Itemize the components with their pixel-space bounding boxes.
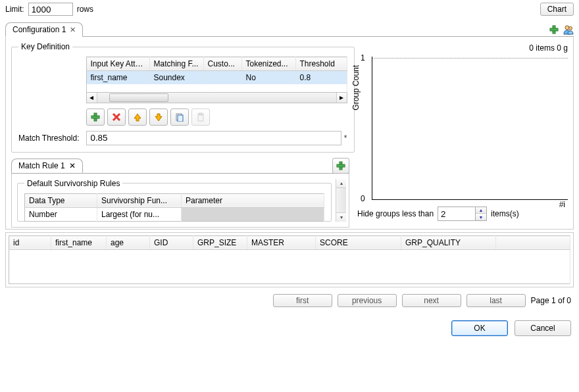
page-status: Page 1 of 0 <box>531 296 571 305</box>
last-page-button[interactable]: last <box>466 294 526 307</box>
svg-rect-1 <box>550 28 558 31</box>
move-down-button[interactable] <box>149 109 168 126</box>
users-icon[interactable] <box>563 24 574 35</box>
chart-y-axis-label: Group Count <box>351 65 361 110</box>
hide-groups-input[interactable] <box>438 207 475 220</box>
limit-input[interactable] <box>28 3 73 16</box>
v-scrollbar[interactable]: ▴ ▾ <box>336 179 346 222</box>
key-attributes-table[interactable]: Input Key Attri... Matching F... Custo..… <box>86 57 347 93</box>
spin-down-icon[interactable]: ▼ <box>476 214 486 220</box>
ok-button[interactable]: OK <box>451 320 508 336</box>
svg-rect-11 <box>337 164 345 167</box>
delete-row-button[interactable] <box>107 109 126 126</box>
match-threshold-input[interactable] <box>86 131 341 145</box>
add-match-rule-button[interactable] <box>332 158 349 174</box>
scroll-left-icon[interactable]: ◂ <box>87 93 97 103</box>
chart-panel: 0 items 0 g Group Count 1 0 #i <box>357 42 568 203</box>
chart-title: 0 items 0 g <box>357 42 568 54</box>
scroll-right-icon[interactable]: ▸ <box>336 93 347 103</box>
chart-tick: 0 <box>361 194 365 203</box>
svg-point-2 <box>565 26 569 30</box>
chart-tick: 1 <box>361 53 365 62</box>
table-header: Input Key Attri... Matching F... Custo..… <box>86 57 347 71</box>
match-threshold-label: Match Threshold: <box>18 134 80 143</box>
first-page-button[interactable]: first <box>273 294 332 307</box>
svg-point-3 <box>569 27 572 30</box>
tab-match-rule-1[interactable]: Match Rule 1 ✕ <box>11 159 83 173</box>
survivorship-legend: Default Survivorship Rules <box>24 179 122 188</box>
copy-button[interactable] <box>170 109 189 126</box>
hide-groups-suffix: items(s) <box>491 209 519 218</box>
required-indicator: * <box>341 134 347 143</box>
hide-groups-label: Hide groups less than <box>357 209 434 218</box>
key-definition-group: Key Definition Input Key Attri... Matchi… <box>11 42 355 153</box>
move-up-button[interactable] <box>128 109 147 126</box>
svg-rect-7 <box>178 115 183 122</box>
limit-unit: rows <box>77 5 93 14</box>
close-icon[interactable]: ✕ <box>69 161 76 170</box>
key-definition-legend: Key Definition <box>18 42 72 51</box>
svg-rect-5 <box>91 116 99 118</box>
survivorship-table[interactable]: Data Type Survivorship Fun... Parameter … <box>24 193 324 222</box>
table-row[interactable]: Number Largest (for nu... <box>25 207 324 221</box>
tab-configuration-1[interactable]: Configuration 1 ✕ <box>5 22 83 37</box>
cancel-button[interactable]: Cancel <box>515 320 571 336</box>
next-page-button[interactable]: next <box>402 294 461 307</box>
scroll-down-icon[interactable]: ▾ <box>336 212 346 222</box>
scroll-up-icon[interactable]: ▴ <box>336 179 346 188</box>
h-scrollbar[interactable]: ◂ ▸ <box>86 93 347 103</box>
add-row-button[interactable] <box>86 109 105 126</box>
svg-rect-9 <box>199 113 202 115</box>
tab-label: Configuration 1 <box>13 25 66 34</box>
chart-button[interactable]: Chart <box>540 3 574 16</box>
add-tab-icon[interactable] <box>549 24 559 35</box>
tab-label: Match Rule 1 <box>18 161 65 170</box>
chart-x-axis-label: #i <box>357 200 568 209</box>
limit-label: Limit: <box>5 5 24 14</box>
close-icon[interactable]: ✕ <box>70 26 76 34</box>
survivorship-group: Default Survivorship Rules Data Type Sur… <box>17 179 332 222</box>
table-row <box>9 249 570 283</box>
table-row[interactable]: first_name Soundex No 0.8 <box>86 71 347 85</box>
results-table[interactable]: id first_name age GID GRP_SIZE MASTER SC… <box>9 235 570 284</box>
paste-button <box>191 109 210 126</box>
previous-page-button[interactable]: previous <box>338 294 397 307</box>
